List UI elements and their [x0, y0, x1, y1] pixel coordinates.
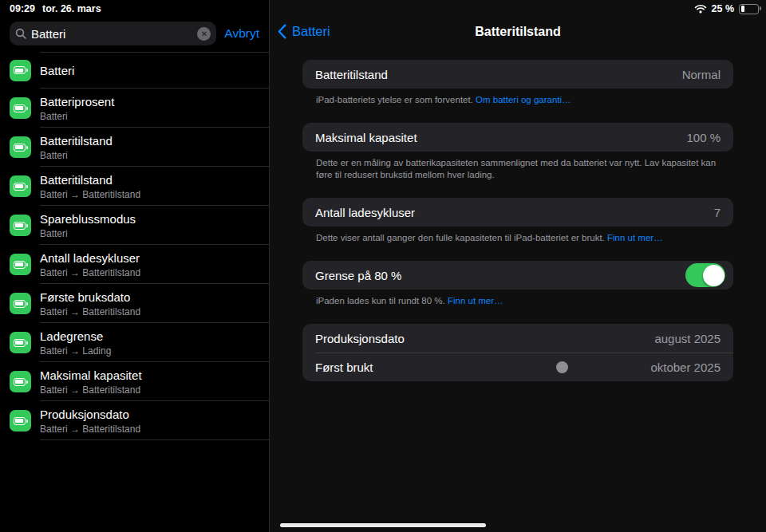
battery-health-pane: 25 % Batteri Batteritilstand Batteritils…: [270, 0, 766, 532]
battery-app-icon: [10, 136, 31, 158]
row-value: 100 %: [686, 131, 721, 144]
detail-content: Batteritilstand Normal iPad-batteriets y…: [270, 46, 766, 381]
about-battery-warranty-link[interactable]: Om batteri og garanti…: [476, 95, 571, 104]
row-value: oktober 2025: [650, 361, 721, 374]
cycle-count-row: Antall ladesykluser 7: [302, 198, 733, 227]
max-capacity-footer: Dette er en måling av batterikapasiteten…: [316, 157, 720, 181]
list-item-breadcrumb: Batteri → Batteritilstand: [40, 384, 263, 396]
home-indicator[interactable]: [280, 523, 486, 527]
charge-limit-card: Grense på 80 %: [302, 261, 733, 290]
list-item-breadcrumb: Batteri: [40, 228, 263, 239]
footer-text: Dette er en måling av batterikapasiteten…: [316, 158, 716, 179]
battery-app-icon: [10, 293, 31, 314]
row-label: Maksimal kapasitet: [315, 131, 417, 144]
list-item-title: Ladegrense: [40, 329, 263, 344]
battery-app-icon: [10, 215, 31, 236]
battery-app-icon: [10, 60, 31, 81]
list-item-title: Produksjonsdato: [40, 407, 263, 422]
footer-text: iPad-batteriets ytelse er som forventet.: [316, 95, 476, 104]
battery-app-icon: [10, 175, 31, 197]
list-item-batteritilstand-2[interactable]: Batteritilstand Batteri → Batteritilstan…: [0, 167, 269, 206]
status-bar-left: 09:29 tor. 26. mars: [0, 0, 269, 18]
list-item-title: Batteriprosent: [40, 94, 263, 109]
battery-app-icon: [10, 410, 31, 432]
dates-card: Produksjonsdato august 2025 Først brukt …: [302, 324, 733, 381]
list-item-antall-ladesykluser[interactable]: Antall ladesykluser Batteri → Batteritil…: [0, 245, 269, 284]
status-time: 09:29: [10, 3, 35, 14]
battery-health-card: Batteritilstand Normal: [302, 60, 733, 89]
list-item-breadcrumb: Batteri → Batteritilstand: [40, 267, 263, 278]
max-capacity-row: Maksimal kapasitet 100 %: [302, 123, 733, 152]
list-item-title: Første bruksdato: [40, 290, 263, 305]
battery-health-row: Batteritilstand Normal: [302, 60, 733, 89]
page-title: Batteritilstand: [270, 25, 766, 39]
list-item-ladegrense[interactable]: Ladegrense Batteri → Lading: [0, 323, 269, 362]
row-value: Normal: [682, 68, 721, 81]
list-item-forste-bruksdato[interactable]: Første bruksdato Batteri → Batteritilsta…: [0, 284, 269, 323]
loading-dot-icon: [556, 361, 568, 373]
row-label: Grense på 80 %: [315, 269, 401, 282]
list-item-title: Spareblussmodus: [40, 211, 263, 227]
battery-app-icon: [10, 332, 31, 353]
clear-search-icon[interactable]: ✕: [197, 27, 211, 41]
footer-text: Dette viser antall ganger den fulle kapa…: [316, 233, 607, 242]
battery-app-icon: [10, 97, 31, 119]
cycle-count-learn-more-link[interactable]: Finn ut mer…: [607, 233, 663, 242]
list-item-title: Batteri: [40, 63, 263, 78]
row-value: 7: [714, 206, 721, 219]
charge-limit-toggle[interactable]: [685, 263, 725, 287]
battery-health-footer: iPad-batteriets ytelse er som forventet.…: [316, 94, 720, 106]
list-item-title: Antall ladesykluser: [40, 250, 263, 266]
list-item-title: Batteritilstand: [40, 172, 263, 187]
row-label: Produksjonsdato: [315, 332, 405, 345]
search-icon: [15, 28, 26, 39]
first-use-row: Først brukt oktober 2025: [302, 353, 733, 381]
charge-limit-row: Grense på 80 %: [302, 261, 733, 290]
list-item-breadcrumb: Batteri → Lading: [40, 345, 263, 357]
detail-header: Batteri Batteritilstand: [270, 0, 766, 46]
list-item-batteriprosent[interactable]: Batteriprosent Batteri: [0, 89, 269, 128]
list-item-title: Batteritilstand: [40, 133, 263, 148]
list-item-batteritilstand-1[interactable]: Batteritilstand Batteri: [0, 128, 269, 167]
list-item-title: Maksimal kapasitet: [40, 368, 263, 383]
list-item-breadcrumb: Batteri → Batteritilstand: [40, 306, 263, 317]
status-date: tor. 26. mars: [42, 3, 101, 14]
battery-app-icon: [10, 371, 31, 392]
list-item-spareblussmodus[interactable]: Spareblussmodus Batteri: [0, 206, 269, 245]
manufacture-date-row: Produksjonsdato august 2025: [302, 324, 733, 353]
cycle-count-card: Antall ladesykluser 7: [302, 198, 733, 227]
search-results-sidebar: 09:29 tor. 26. mars ✕ Avbryt Batteri: [0, 0, 270, 532]
row-value: august 2025: [654, 332, 721, 345]
charge-limit-footer: iPaden lades kun til rundt 80 %. Finn ut…: [316, 295, 720, 307]
footer-text: iPaden lades kun til rundt 80 %.: [316, 296, 448, 305]
row-label: Antall ladesykluser: [315, 206, 415, 219]
charge-limit-learn-more-link[interactable]: Finn ut mer…: [448, 296, 503, 305]
search-field[interactable]: ✕: [10, 22, 216, 45]
back-button[interactable]: Batteri: [278, 24, 330, 39]
cancel-search-button[interactable]: Avbryt: [224, 26, 259, 41]
list-item-breadcrumb: Batteri: [40, 150, 263, 161]
list-item-produksjonsdato[interactable]: Produksjonsdato Batteri → Batteritilstan…: [0, 401, 269, 440]
ipad-settings-screen: 09:29 tor. 26. mars ✕ Avbryt Batteri: [0, 0, 766, 532]
toggle-knob: [703, 265, 725, 286]
back-button-label: Batteri: [292, 24, 330, 39]
search-row: ✕ Avbryt: [0, 18, 269, 46]
list-item-breadcrumb: Batteri → Batteritilstand: [40, 189, 263, 200]
battery-app-icon: [10, 254, 31, 275]
row-label: Batteritilstand: [315, 68, 388, 81]
chevron-left-icon: [278, 24, 286, 39]
row-label: Først brukt: [315, 361, 373, 374]
search-results-list: Batteri Batteriprosent Batteri Batteriti…: [0, 52, 269, 440]
list-item-batteri[interactable]: Batteri: [0, 52, 269, 89]
max-capacity-card: Maksimal kapasitet 100 %: [302, 123, 733, 152]
list-item-maksimal-kapasitet[interactable]: Maksimal kapasitet Batteri → Batteritils…: [0, 362, 269, 401]
cycle-count-footer: Dette viser antall ganger den fulle kapa…: [316, 232, 720, 244]
list-item-breadcrumb: Batteri: [40, 111, 263, 122]
search-input[interactable]: [31, 27, 192, 41]
list-item-breadcrumb: Batteri → Batteritilstand: [40, 424, 263, 435]
